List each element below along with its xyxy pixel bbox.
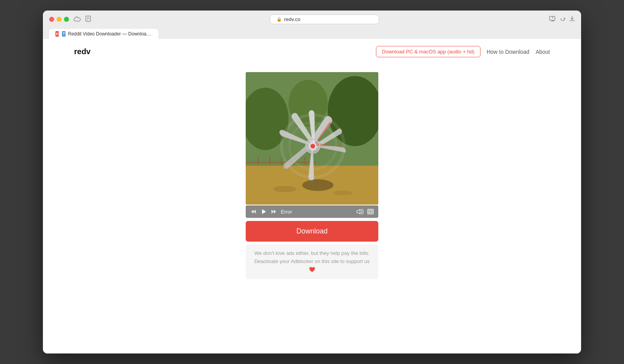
address-bar[interactable]: 🔒 redv.co [270,14,379,24]
main-content: Error Download [43,64,581,295]
cloud-icon[interactable] [74,16,81,23]
close-button[interactable] [49,17,54,22]
browser-window: 🔒 redv.co [43,11,581,353]
url-text: redv.co [284,16,301,22]
svg-point-25 [273,186,296,192]
maximize-button[interactable] [64,17,69,22]
forward-button[interactable] [271,209,277,215]
svg-rect-4 [550,16,555,20]
download-button[interactable]: Download [246,221,378,242]
cta-button[interactable]: Download PC & macOS app (audio + hd) [376,46,480,57]
tab-item[interactable]: H T Reddit Video Downloader — Download v… [49,29,158,39]
tab-favicon-h: H [55,31,59,37]
tab-title: Reddit Video Downloader — Download v.red… [68,31,152,37]
about-link[interactable]: About [535,49,550,55]
svg-rect-29 [369,210,372,213]
ad-notice-line2: Deactivate your Adblocker on this site t… [252,258,372,274]
browser-titlebar: 🔒 redv.co [49,14,575,27]
rewind-button[interactable] [250,209,257,215]
svg-rect-13 [281,157,282,165]
browser-toolbar: 🔒 redv.co [74,14,575,24]
video-container [246,72,378,205]
screen-share-icon[interactable] [549,16,556,23]
minimize-button[interactable] [57,17,62,22]
ad-notice-line1: We don't love ads either, but they help … [252,249,372,258]
refresh-icon[interactable] [560,16,566,23]
video-thumbnail [246,72,378,205]
svg-rect-12 [269,157,271,165]
svg-point-23 [310,144,315,148]
video-controls: Error [246,205,378,218]
tab-bar: H T Reddit Video Downloader — Download v… [49,29,575,39]
play-button[interactable] [261,209,267,215]
controls-right [356,209,374,214]
page-content: redv Download PC & macOS app (audio + hd… [43,39,581,353]
ad-notice: We don't love ads either, but they help … [246,244,378,279]
svg-point-24 [302,179,333,191]
traffic-lights [49,17,69,22]
how-to-download-link[interactable]: How to Download [487,49,530,55]
svg-point-26 [333,191,353,195]
volume-button[interactable] [356,209,363,214]
toolbar-right-icons [549,16,575,23]
browser-chrome: 🔒 redv.co [43,11,581,39]
site-logo: redv [74,47,90,56]
notes-icon[interactable] [85,16,91,23]
svg-marker-27 [262,209,266,214]
error-text: Error [281,209,353,215]
download-icon[interactable] [569,16,575,23]
site-nav: Download PC & macOS app (audio + hd) How… [376,46,550,57]
lock-icon: 🔒 [277,17,282,22]
svg-rect-11 [257,157,259,165]
svg-rect-15 [304,157,306,165]
tab-favicon-blue: T [62,31,66,37]
fullscreen-button[interactable] [367,209,374,214]
site-header: redv Download PC & macOS app (audio + hd… [43,39,581,64]
